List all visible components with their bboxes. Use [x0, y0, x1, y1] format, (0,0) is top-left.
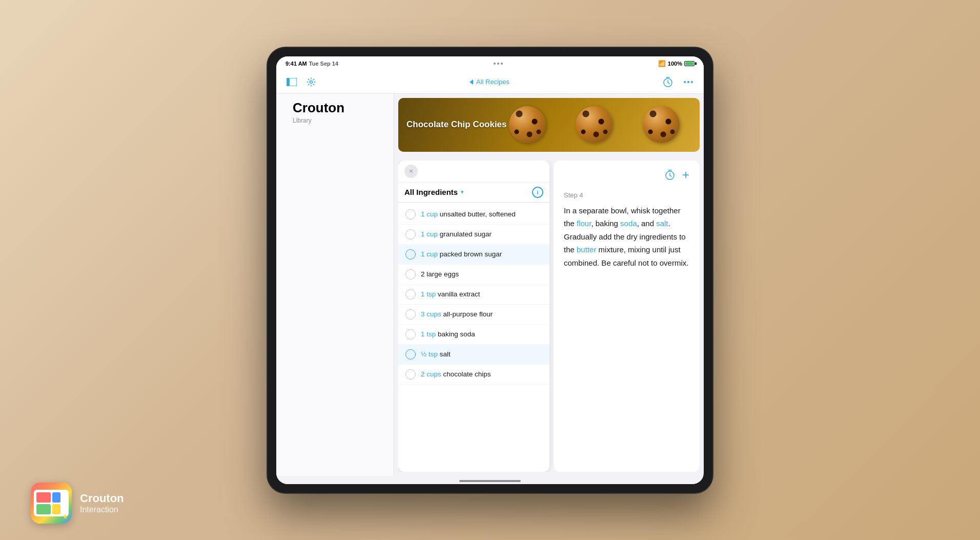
- app-icon-card-blue: [52, 492, 60, 503]
- sidebar-section: Crouton Library: [276, 94, 394, 476]
- navigation-bar: All Recipes: [276, 71, 704, 94]
- status-bar-center: [494, 63, 503, 65]
- wifi-icon: 📶: [658, 60, 666, 67]
- step-link-flour[interactable]: flour: [577, 219, 591, 228]
- ingredient-checkbox-9[interactable]: [405, 369, 416, 379]
- add-button-step[interactable]: +: [682, 169, 689, 183]
- ingredient-text-5: 1 tsp vanilla extract: [421, 290, 480, 299]
- app-icon-card-red: [36, 492, 51, 503]
- ingredient-item-8: ½ tsp salt: [398, 345, 549, 365]
- svg-rect-1: [287, 78, 290, 86]
- close-row: ×: [404, 165, 418, 178]
- ingredient-checkbox-7[interactable]: [405, 329, 416, 339]
- app-icon-card-yellow: [52, 504, 60, 514]
- ingredient-name-1: unsalted butter, softened: [440, 210, 516, 218]
- ingredient-name-8: salt: [440, 350, 451, 358]
- ingredient-checkbox-8[interactable]: [405, 349, 416, 359]
- sidebar-header: Crouton Library: [276, 100, 394, 136]
- ingredients-filter-row: All Ingredients ▾ i: [398, 183, 549, 203]
- ingredient-item-3: 1 cup packed brown sugar: [398, 245, 549, 265]
- app-icon: ★: [31, 483, 72, 524]
- close-button[interactable]: ×: [404, 165, 418, 178]
- back-label: All Recipes: [476, 78, 509, 86]
- sidebar-title: Crouton: [284, 100, 385, 116]
- ingredient-name-6: all-purpose flour: [443, 310, 493, 318]
- settings-button[interactable]: [304, 75, 318, 89]
- ingredient-name-2: granulated sugar: [440, 230, 492, 238]
- ingredients-title-row: All Ingredients ▾: [404, 188, 464, 196]
- ingredient-qty-5: 1 tsp: [421, 290, 436, 298]
- home-indicator: [276, 476, 704, 484]
- ingredient-name-4: large eggs: [426, 270, 459, 278]
- ingredient-checkbox-1[interactable]: [405, 209, 416, 219]
- app-branding-area: ★ Crouton Interaction: [31, 483, 124, 524]
- app-branding-text: Crouton Interaction: [80, 492, 124, 514]
- ingredient-text-9: 2 cups chocolate chips: [421, 370, 491, 379]
- app-name-label: Crouton: [80, 492, 124, 505]
- status-bar-left: 9:41 AM Tue Sep 14: [285, 61, 338, 67]
- step-content: In a separate bowl, whisk together the f…: [564, 204, 689, 270]
- back-button[interactable]: All Recipes: [469, 78, 509, 86]
- ingredient-name-7: baking soda: [438, 330, 475, 338]
- nav-bar-center: All Recipes: [469, 78, 509, 86]
- ingredient-qty-1: 1 cup: [421, 210, 438, 218]
- ingredient-item-6: 3 cups all-purpose flour: [398, 305, 549, 325]
- step-link-soda[interactable]: soda: [620, 219, 637, 228]
- step-link-salt[interactable]: salt: [656, 219, 668, 228]
- cookie-cluster: [488, 98, 700, 152]
- ingredient-qty-8: ½ tsp: [421, 350, 438, 358]
- ingredient-item-9: 2 cups chocolate chips: [398, 365, 549, 385]
- step-detail-panel: + Step 4 In a separate bowl, whisk toget…: [554, 161, 700, 472]
- status-bar-right: 📶 100%: [658, 60, 695, 67]
- battery-percent: 100%: [668, 61, 682, 67]
- date-display: Tue Sep 14: [309, 61, 338, 67]
- step-link-butter[interactable]: butter: [577, 245, 596, 254]
- star-icon: ★: [62, 512, 69, 521]
- ingredient-item-1: 1 cup unsalted butter, softened: [398, 205, 549, 225]
- ingredient-text-6: 3 cups all-purpose flour: [421, 310, 493, 319]
- ingredient-item-7: 1 tsp baking soda: [398, 325, 549, 345]
- ingredients-list: 1 cup unsalted butter, softened 1 cup gr…: [398, 203, 549, 472]
- cookie-1: [509, 106, 546, 143]
- ingredient-checkbox-2[interactable]: [405, 229, 416, 239]
- battery-icon: [684, 61, 695, 66]
- floating-panel-area: × All Ingredients ▾: [398, 161, 700, 472]
- time-display: 9:41 AM: [285, 61, 307, 67]
- sidebar-toggle-button[interactable]: [284, 75, 299, 89]
- step-text-3: , and: [637, 219, 657, 228]
- app-tagline-label: Interaction: [80, 505, 124, 514]
- info-icon-label: i: [537, 189, 538, 195]
- ingredient-item-2: 1 cup granulated sugar: [398, 225, 549, 245]
- ingredients-dropdown-icon[interactable]: ▾: [461, 189, 464, 195]
- step-text-2: , baking: [591, 219, 620, 228]
- ingredient-qty-2: 1 cup: [421, 230, 438, 238]
- ingredient-text-7: 1 tsp baking soda: [421, 330, 475, 339]
- ingredient-text-2: 1 cup granulated sugar: [421, 230, 492, 239]
- cookie-3: [643, 106, 680, 143]
- ingredients-info-button[interactable]: i: [532, 187, 543, 198]
- more-button[interactable]: [681, 75, 696, 89]
- ingredient-text-4: 2 large eggs: [421, 270, 459, 279]
- ingredient-checkbox-4[interactable]: [405, 269, 416, 279]
- step-number: Step 4: [564, 191, 689, 199]
- ipad-device: 9:41 AM Tue Sep 14 📶 100%: [267, 47, 713, 493]
- ingredient-qty-6: 3 cups: [421, 310, 441, 318]
- cookie-2: [576, 106, 612, 143]
- more-dots-icon: [684, 81, 693, 83]
- ingredient-checkbox-3[interactable]: [405, 249, 416, 259]
- ingredient-text-3: 1 cup packed brown sugar: [421, 250, 502, 259]
- ingredient-checkbox-6[interactable]: [405, 309, 416, 319]
- home-bar: [459, 480, 521, 482]
- ingredient-item-5: 1 tsp vanilla extract: [398, 285, 549, 305]
- ingredients-section-title: All Ingredients: [404, 188, 458, 196]
- ingredients-panel: × All Ingredients ▾: [398, 161, 549, 472]
- ipad-screen: 9:41 AM Tue Sep 14 📶 100%: [276, 56, 704, 484]
- ingredient-qty-7: 1 tsp: [421, 330, 436, 338]
- ingredient-name-9: chocolate chips: [443, 370, 491, 378]
- timer-button-nav[interactable]: [661, 75, 675, 89]
- timer-button-step[interactable]: [664, 169, 676, 183]
- ingredient-checkbox-5[interactable]: [405, 289, 416, 299]
- svg-point-2: [310, 81, 313, 83]
- ingredient-item-4: 2 large eggs: [398, 265, 549, 285]
- close-icon: ×: [409, 167, 413, 175]
